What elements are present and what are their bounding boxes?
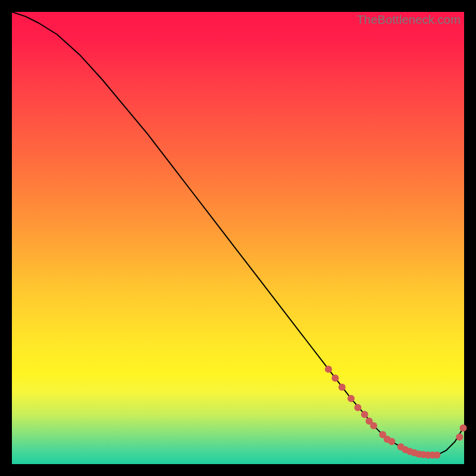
data-marker	[325, 365, 332, 372]
bottleneck-curve	[12, 12, 464, 455]
curve-layer	[12, 12, 464, 464]
data-marker	[331, 375, 339, 382]
data-marker	[347, 395, 355, 402]
data-marker	[456, 433, 463, 440]
data-marker	[433, 452, 440, 459]
data-marker	[361, 411, 368, 418]
data-marker	[460, 424, 467, 431]
data-marker	[370, 422, 377, 429]
marker-group	[325, 365, 467, 458]
data-marker	[388, 438, 395, 445]
data-marker	[354, 404, 361, 411]
chart-stage: TheBottleneck.com	[0, 0, 476, 476]
data-marker	[339, 384, 346, 391]
plot-area: TheBottleneck.com	[12, 12, 464, 464]
